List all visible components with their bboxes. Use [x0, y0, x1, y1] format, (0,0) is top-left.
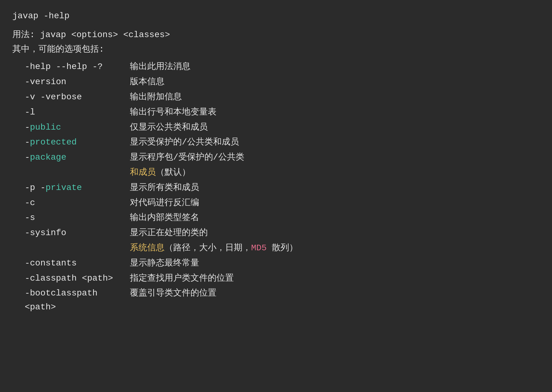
- option-key-sysinfo: -sysinfo: [12, 226, 124, 240]
- option-desc-verbose: 输出附加信息: [124, 90, 540, 104]
- package-keyword: package: [30, 151, 66, 165]
- package-continuation-colored: 和成员: [130, 168, 156, 177]
- option-key-c: -c: [12, 196, 124, 210]
- sysinfo-continuation-text1: 系统信息: [130, 243, 165, 253]
- options-table: -help --help -? 输出此用法消息 -version 版本信息 -v…: [12, 60, 540, 314]
- option-key-private: -p -private: [12, 181, 124, 195]
- options-intro: 其中，可能的选项包括:: [12, 43, 540, 57]
- sysinfo-continuation: 系统信息（路径，大小，日期，MD5 散列）: [12, 241, 540, 255]
- option-version: -version 版本信息: [12, 75, 540, 89]
- usage-label: 用法:: [12, 28, 35, 42]
- option-key-version: -version: [12, 75, 124, 89]
- option-desc-package: 显示程序包/受保护的/公共类: [124, 151, 540, 165]
- usage-line: 用法: javap <options> <classes>: [12, 28, 540, 42]
- option-desc-s: 输出内部类型签名: [124, 211, 540, 225]
- option-help: -help --help -? 输出此用法消息: [12, 60, 540, 74]
- option-protected: -protected 显示受保护的/公共类和成员: [12, 136, 540, 149]
- package-desc-continuation: 和成员（默认）: [124, 166, 540, 180]
- option-desc-classpath: 指定查找用户类文件的位置: [124, 272, 540, 286]
- command-text: javap -help: [12, 9, 70, 23]
- sysinfo-key-empty: [12, 241, 124, 255]
- sysinfo-continuation-text3: 散列）: [267, 243, 298, 253]
- option-desc-version: 版本信息: [124, 75, 540, 89]
- option-key-verbose: -v -verbose: [12, 90, 124, 104]
- option-s: -s 输出内部类型签名: [12, 211, 540, 225]
- option-key-bootclasspath: -bootclasspath <path>: [12, 286, 124, 314]
- sysinfo-md5-keyword: MD5: [251, 243, 267, 253]
- option-key-l: -l: [12, 106, 124, 119]
- usage-value: javap <options> <classes>: [40, 28, 170, 42]
- package-key-empty: [12, 166, 124, 180]
- option-public: -public 仅显示公共类和成员: [12, 121, 540, 135]
- option-verbose: -v -verbose 输出附加信息: [12, 90, 540, 104]
- option-desc-help: 输出此用法消息: [124, 60, 540, 74]
- protected-keyword: protected: [30, 136, 77, 149]
- option-desc-private: 显示所有类和成员: [124, 181, 540, 195]
- option-desc-l: 输出行号和本地变量表: [124, 106, 540, 119]
- option-desc-constants: 显示静态最终常量: [124, 256, 540, 270]
- option-key-package: -package: [12, 151, 124, 165]
- option-key-help: -help --help -?: [12, 60, 124, 74]
- option-bootclasspath: -bootclasspath <path> 覆盖引导类文件的位置: [12, 286, 540, 314]
- option-constants: -constants 显示静态最终常量: [12, 256, 540, 270]
- option-key-constants: -constants: [12, 256, 124, 270]
- option-classpath: -classpath <path> 指定查找用户类文件的位置: [12, 272, 540, 286]
- sysinfo-desc-continuation: 系统信息（路径，大小，日期，MD5 散列）: [124, 241, 540, 255]
- terminal-output: javap -help 用法: javap <options> <classes…: [12, 9, 540, 314]
- option-private: -p -private 显示所有类和成员: [12, 181, 540, 195]
- option-desc-protected: 显示受保护的/公共类和成员: [124, 136, 540, 149]
- option-desc-public: 仅显示公共类和成员: [124, 121, 540, 135]
- option-key-public: -public: [12, 121, 124, 135]
- private-keyword: private: [45, 181, 82, 195]
- package-continuation-text: （默认）: [156, 168, 190, 177]
- option-c: -c 对代码进行反汇编: [12, 196, 540, 210]
- option-key-s: -s: [12, 211, 124, 225]
- option-key-classpath: -classpath <path>: [12, 272, 124, 286]
- package-continuation: 和成员（默认）: [12, 166, 540, 180]
- option-package: -package 显示程序包/受保护的/公共类: [12, 151, 540, 165]
- public-keyword: public: [30, 121, 61, 135]
- option-l: -l 输出行号和本地变量表: [12, 106, 540, 119]
- command-line: javap -help: [12, 9, 540, 23]
- option-sysinfo: -sysinfo 显示正在处理的类的: [12, 226, 540, 240]
- sysinfo-continuation-text2: （路径，大小，日期，: [165, 243, 251, 253]
- option-desc-sysinfo: 显示正在处理的类的: [124, 226, 540, 240]
- option-desc-bootclasspath: 覆盖引导类文件的位置: [124, 286, 540, 300]
- option-desc-c: 对代码进行反汇编: [124, 196, 540, 210]
- option-key-protected: -protected: [12, 136, 124, 149]
